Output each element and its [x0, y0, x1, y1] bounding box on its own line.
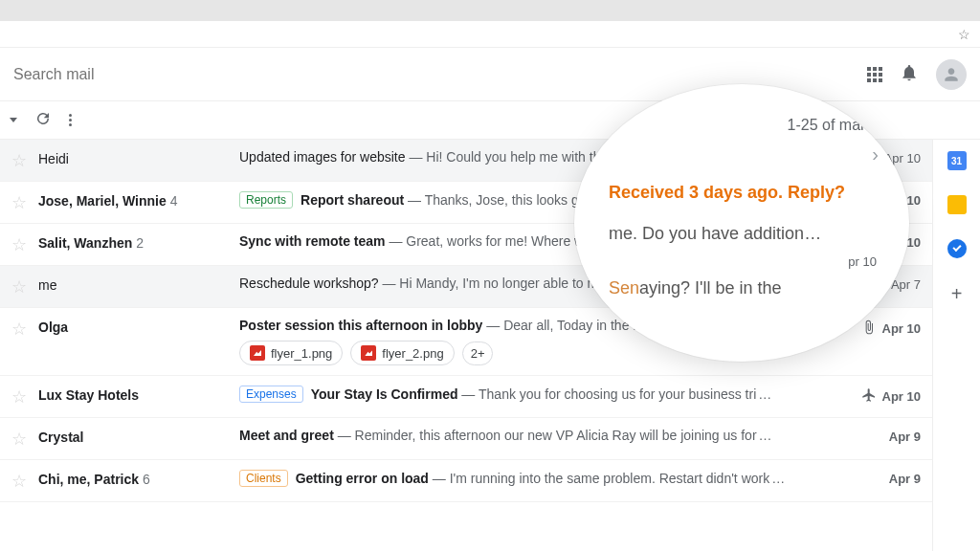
image-file-icon — [250, 345, 265, 361]
lens-date-hint: pr 10 — [848, 254, 877, 269]
sender: Salit, Wanzhen2 — [38, 233, 239, 251]
category-label[interactable]: Clients — [239, 470, 288, 487]
subject: Your Stay Is Confirmed — Thank you for c… — [311, 386, 757, 402]
subject: Getting error on load — I'm running into… — [296, 471, 770, 486]
apps-grid-icon[interactable] — [867, 67, 882, 82]
snippet: — I'm running into the same problem. Res… — [429, 471, 769, 486]
mail-main: Meet and greet — Reminder, this afternoo… — [239, 428, 844, 443]
lens-snippet-line: me. Do you have addition… — [609, 224, 880, 244]
sender: Crystal — [38, 428, 239, 445]
calendar-icon[interactable]: 31 — [947, 151, 967, 170]
star-icon[interactable]: ☆ — [11, 470, 38, 492]
side-panel: 31 + — [932, 140, 980, 551]
attachment-chip[interactable]: flyer_1.png — [239, 341, 343, 365]
sender: Chi, me, Patrick6 — [38, 470, 239, 487]
star-icon[interactable]: ☆ — [11, 428, 38, 450]
refresh-icon[interactable] — [34, 110, 52, 131]
thread-count: 2 — [136, 235, 144, 251]
date: Apr 7 — [891, 277, 921, 292]
attachment-name: flyer_2.png — [382, 346, 443, 361]
chevron-right-icon[interactable]: › — [609, 143, 880, 165]
mail-meta: Apr 9 — [844, 470, 921, 486]
sender: Olga — [38, 318, 239, 335]
star-icon[interactable]: ☆ — [11, 276, 38, 298]
snippet: — Reminder, this afternoon our new VP Al… — [334, 428, 757, 443]
mail-row[interactable]: ☆CrystalMeet and greet — Reminder, this … — [0, 418, 932, 460]
star-icon[interactable]: ☆ — [11, 233, 38, 255]
add-addon-icon[interactable]: + — [951, 283, 963, 305]
ellipsis: … — [759, 428, 772, 443]
mail-row[interactable]: ☆Chi, me, Patrick6ClientsGetting error o… — [0, 460, 932, 502]
search-input[interactable] — [13, 66, 301, 83]
lens-nudge-text: Received 3 days ago. Reply? — [609, 183, 880, 203]
lens-snippet-line-2: Senaying? I'll be in the — [609, 278, 880, 298]
header-icons — [867, 59, 967, 90]
subject: Updated images for website — Hi! Could y… — [239, 149, 641, 165]
notifications-icon[interactable] — [900, 63, 919, 86]
category-label[interactable]: Expenses — [239, 386, 303, 403]
bookmark-star-icon[interactable]: ☆ — [958, 27, 970, 42]
tasks-icon[interactable] — [947, 239, 967, 258]
star-icon[interactable]: ☆ — [11, 318, 38, 340]
mail-row[interactable]: ☆Lux Stay HotelsExpensesYour Stay Is Con… — [0, 376, 932, 418]
account-avatar[interactable] — [936, 59, 967, 90]
browser-chrome — [0, 0, 980, 21]
thread-count: 6 — [143, 472, 150, 487]
mail-main: ExpensesYour Stay Is Confirmed — Thank y… — [239, 386, 844, 403]
attachment-icon — [861, 320, 877, 338]
date: Apr 9 — [889, 472, 921, 486]
more-icon[interactable] — [69, 114, 72, 126]
thread-count: 4 — [170, 193, 178, 209]
browser-tab-bar: ☆ — [0, 21, 980, 48]
attachment-more-chip[interactable]: 2+ — [462, 342, 494, 365]
star-icon[interactable]: ☆ — [11, 191, 38, 213]
attachment-chip[interactable]: flyer_2.png — [350, 341, 454, 365]
sender: me — [38, 276, 239, 293]
date: Apr 10 — [882, 389, 921, 404]
attachment-name: flyer_1.png — [271, 346, 332, 361]
pager-text: 1-25 of many — [609, 117, 880, 134]
sender: Lux Stay Hotels — [38, 386, 239, 403]
date: Apr 9 — [889, 430, 921, 444]
sender: Heidi — [38, 149, 239, 166]
image-file-icon — [361, 345, 376, 361]
mail-main: ClientsGetting error on load — I'm runni… — [239, 470, 844, 487]
mail-meta: Apr 9 — [844, 428, 921, 444]
search-container — [13, 66, 867, 83]
star-icon[interactable]: ☆ — [11, 149, 38, 171]
subject: Reschedule workshop? — Hi Mandy, I'm no … — [239, 276, 646, 291]
sender: Jose, Mariel, Winnie4 — [38, 191, 239, 209]
magnifier-lens: 1-25 of many › Received 3 days ago. Repl… — [574, 84, 909, 362]
snippet: — Thank you for choosing us for your bus… — [457, 386, 756, 402]
subject: Meet and greet — Reminder, this afternoo… — [239, 428, 757, 443]
mail-meta: Apr 10 — [844, 386, 921, 406]
category-label[interactable]: Reports — [239, 191, 293, 209]
date: Apr 10 — [882, 321, 921, 336]
ellipsis: … — [771, 471, 785, 486]
star-icon[interactable]: ☆ — [11, 386, 38, 408]
app-header — [0, 48, 980, 101]
ellipsis: … — [758, 386, 771, 402]
keep-icon[interactable] — [947, 195, 967, 214]
flight-icon — [861, 387, 877, 406]
select-dropdown-icon[interactable] — [10, 118, 17, 122]
